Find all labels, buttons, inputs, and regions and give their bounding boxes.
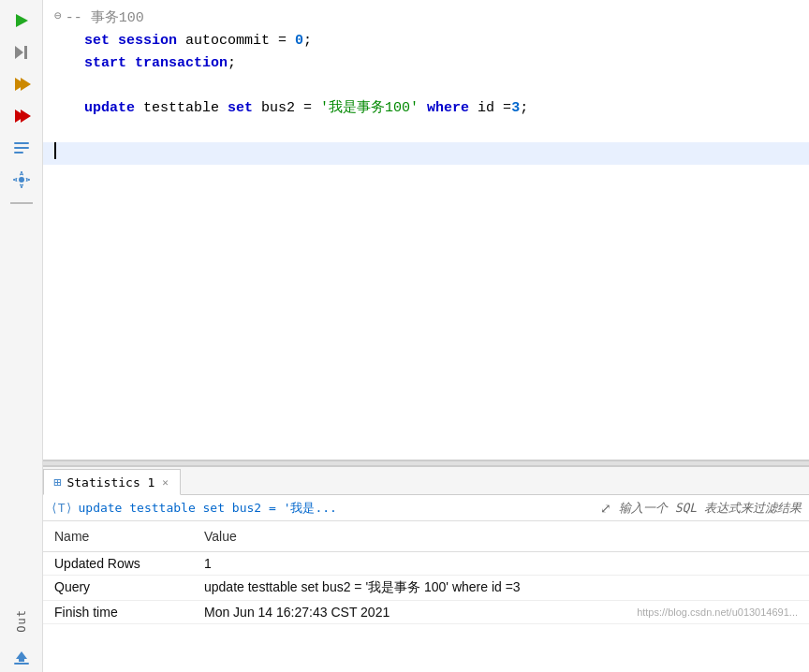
- header-value: Value: [193, 525, 343, 548]
- update-text: update testtable set bus2 = '我是事务100' wh…: [84, 97, 528, 120]
- svg-marker-4: [21, 78, 31, 91]
- export-button[interactable]: [8, 646, 35, 672]
- code-line-update: update testtable set bus2 = '我是事务100' wh…: [43, 97, 809, 120]
- updated-rows-label: Updated Rows: [43, 552, 193, 575]
- updated-rows-value: 1: [193, 552, 809, 575]
- step-button[interactable]: [8, 39, 35, 66]
- sidebar-divider: [10, 202, 33, 204]
- stats-row-updated-rows: Updated Rows 1: [43, 552, 809, 576]
- code-editor[interactable]: ⊖ -- 事务100 set session autocommit = 0; s…: [43, 0, 809, 460]
- start-text: start transaction;: [84, 52, 236, 75]
- query-bar: ⟨T⟩ update testtable set bus2 = '我是... ⤢…: [43, 495, 809, 521]
- out-label: Out: [15, 609, 28, 633]
- text-cursor: [54, 142, 56, 159]
- svg-marker-1: [15, 46, 23, 59]
- query-sql-display: update testtable set bus2 = '我是...: [78, 500, 592, 517]
- stats-table: Name Value Updated Rows 1 Query update t…: [43, 521, 809, 672]
- query-icon: ⟨T⟩: [51, 501, 72, 515]
- svg-rect-8: [14, 147, 29, 149]
- header-name: Name: [43, 525, 193, 548]
- explain-button[interactable]: [8, 135, 35, 161]
- statistics-tab[interactable]: ⊞ Statistics 1 ✕: [43, 469, 181, 495]
- svg-rect-9: [14, 152, 23, 153]
- main-area: ⊖ -- 事务100 set session autocommit = 0; s…: [43, 0, 809, 672]
- query-value: update testtable set bus2 = '我是事务 100' w…: [193, 576, 809, 600]
- code-line-start: start transaction;: [43, 52, 809, 75]
- tab-close-button[interactable]: ✕: [160, 475, 170, 489]
- comment-text: -- 事务100: [66, 7, 144, 30]
- svg-marker-0: [16, 14, 28, 27]
- code-line-cursor[interactable]: [43, 142, 809, 165]
- bottom-panel: ⊞ Statistics 1 ✕ ⟨T⟩ update testtable se…: [43, 466, 809, 672]
- svg-rect-11: [14, 663, 29, 665]
- svg-rect-2: [24, 46, 27, 59]
- watermark-text: https://blog.csdn.net/u013014691...: [637, 606, 798, 618]
- finish-time-value: Mon Jun 14 16:27:43 CST 2021: [204, 605, 390, 620]
- svg-marker-12: [16, 651, 27, 662]
- tab-grid-icon: ⊞: [53, 475, 61, 489]
- collapse-icon[interactable]: ⊖: [54, 7, 62, 27]
- finish-time-value-cell: Mon Jun 14 16:27:43 CST 2021 https://blo…: [193, 601, 809, 623]
- run-query-button[interactable]: [8, 103, 35, 129]
- stats-row-query: Query update testtable set bus2 = '我是事务 …: [43, 576, 809, 601]
- svg-marker-6: [21, 110, 31, 123]
- tab-label: Statistics 1: [66, 475, 154, 489]
- stats-header-row: Name Value: [43, 521, 809, 552]
- finish-time-label: Finish time: [43, 601, 193, 623]
- svg-rect-7: [14, 142, 29, 144]
- code-line-empty2: [43, 120, 809, 142]
- sidebar: Out: [0, 0, 43, 672]
- set-keyword: set session autocommit = 0;: [84, 30, 312, 52]
- query-label: Query: [43, 576, 193, 600]
- svg-point-10: [19, 177, 24, 183]
- code-line-set: set session autocommit = 0;: [43, 30, 809, 52]
- tab-bar: ⊞ Statistics 1 ✕: [43, 467, 809, 495]
- play-button[interactable]: [8, 7, 35, 34]
- code-line-comment: ⊖ -- 事务100: [43, 7, 809, 30]
- settings-button[interactable]: [8, 167, 35, 193]
- expand-icon[interactable]: ⤢: [600, 501, 611, 516]
- run-script-button[interactable]: [8, 71, 35, 97]
- filter-placeholder[interactable]: 输入一个 SQL 表达式来过滤结果: [619, 500, 802, 517]
- code-line-empty1: [43, 75, 809, 97]
- stats-row-finish-time: Finish time Mon Jun 14 16:27:43 CST 2021…: [43, 601, 809, 624]
